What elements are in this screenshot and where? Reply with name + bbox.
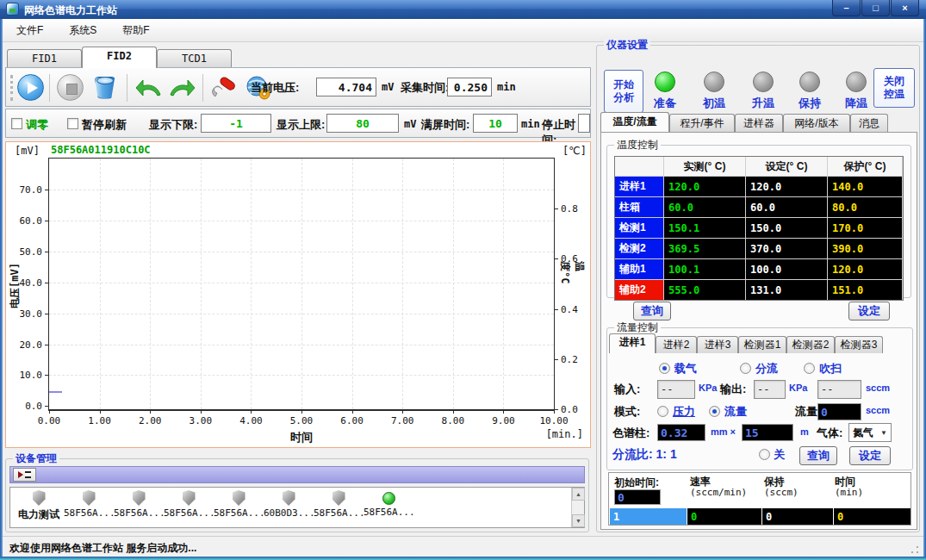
flow-tab-det1[interactable]: 检测器1 bbox=[738, 336, 786, 353]
plot-area[interactable]: 0.001.002.003.004.005.006.007.008.009.00… bbox=[48, 158, 555, 411]
flow-tab-inj2[interactable]: 进样2 bbox=[656, 336, 697, 353]
tab-fid2[interactable]: FID2 bbox=[82, 47, 157, 68]
column-diameter-field[interactable]: 0.32 bbox=[657, 424, 705, 441]
maximize-button[interactable]: □ bbox=[861, 0, 890, 16]
temp-set[interactable]: 60.0 bbox=[746, 197, 827, 217]
redo-arrow-icon[interactable] bbox=[168, 73, 196, 102]
tab-network-version[interactable]: 网络/版本 bbox=[783, 114, 850, 132]
tab-temp-flow[interactable]: 温度/流量 bbox=[600, 112, 669, 132]
title-bar[interactable]: 网络色谱电力工作站 – □ × bbox=[0, 0, 926, 19]
play-icon[interactable] bbox=[16, 73, 45, 102]
stop-icon[interactable] bbox=[56, 73, 84, 102]
gas-dropdown[interactable]: 氮气 ▼ bbox=[848, 423, 892, 442]
start-analysis-button[interactable]: 开始 分析 bbox=[604, 70, 643, 113]
menu-system[interactable]: 系统S bbox=[69, 23, 96, 38]
ramp-row-index[interactable]: 1 bbox=[610, 508, 687, 525]
column-label: 色谱柱: bbox=[612, 426, 649, 441]
initial-time-field[interactable]: 0 bbox=[614, 489, 661, 505]
temp-set[interactable]: 370.0 bbox=[746, 239, 827, 258]
tab-fid1[interactable]: FID1 bbox=[7, 49, 82, 68]
toolbar-grip[interactable] bbox=[10, 75, 13, 101]
minimize-button[interactable]: – bbox=[832, 0, 861, 16]
fullscreen-time-field[interactable]: 10 bbox=[473, 114, 518, 133]
flow-mode-radio[interactable] bbox=[709, 406, 720, 417]
device-item[interactable]: 60B0D3... bbox=[264, 490, 314, 519]
ramp-row-time[interactable]: 0 bbox=[834, 508, 910, 525]
scroll-up-icon[interactable]: ▲ bbox=[572, 488, 585, 501]
stop-time-field[interactable] bbox=[578, 114, 590, 133]
flow-measure-field[interactable]: -- bbox=[817, 380, 861, 399]
temp-set[interactable]: 150.0 bbox=[746, 218, 827, 238]
ramp-row-hold[interactable]: 0 bbox=[762, 508, 833, 525]
device-list-scrollbar[interactable]: ▲ ▼ bbox=[571, 488, 584, 527]
scroll-down-icon[interactable]: ▼ bbox=[572, 514, 585, 527]
purge-radio[interactable] bbox=[804, 363, 815, 374]
temp-set[interactable]: 131.0 bbox=[746, 280, 827, 300]
undo-arrow-icon[interactable] bbox=[134, 73, 162, 102]
column-length-field[interactable]: 15 bbox=[742, 424, 793, 441]
input-pressure-field[interactable]: -- bbox=[657, 380, 695, 399]
split-off-radio[interactable] bbox=[759, 449, 770, 460]
temp-row-label[interactable]: 辅助1 bbox=[615, 259, 663, 279]
tab-messages[interactable]: 消息 bbox=[850, 114, 888, 132]
tab-tcd1[interactable]: TCD1 bbox=[157, 49, 232, 68]
wrench-icon[interactable] bbox=[209, 73, 238, 102]
device-manager-title: 设备管理 bbox=[13, 452, 59, 464]
led-initial-temp-label: 初温 bbox=[695, 96, 733, 111]
temp-query-button[interactable]: 查询 bbox=[633, 302, 671, 320]
temp-set[interactable]: 120.0 bbox=[746, 177, 827, 196]
temp-flow-tab-content: 温度控制 实测(° C) 设定(° C) 保护(° C) 进样1 120.0 1… bbox=[600, 132, 917, 530]
temp-set-button[interactable]: 设定 bbox=[848, 302, 890, 320]
flow-tab-det3[interactable]: 检测器3 bbox=[835, 336, 883, 353]
gridv bbox=[150, 159, 151, 409]
temp-protect[interactable]: 170.0 bbox=[828, 218, 902, 238]
tab-injector[interactable]: 进样器 bbox=[735, 114, 783, 132]
pressure-mode-radio[interactable] bbox=[657, 406, 668, 417]
temp-protect[interactable]: 120.0 bbox=[828, 259, 902, 279]
menu-help[interactable]: 帮助F bbox=[122, 23, 149, 38]
device-item[interactable]: 58F56A... bbox=[214, 490, 264, 519]
close-temp-control-button[interactable]: 关闭 控温 bbox=[873, 68, 915, 108]
flow-set-button[interactable]: 设定 bbox=[849, 446, 891, 465]
temp-set[interactable]: 100.0 bbox=[746, 259, 827, 279]
temp-protect[interactable]: 140.0 bbox=[828, 177, 902, 196]
device-item[interactable]: 58F56A... bbox=[64, 490, 114, 519]
temp-protect[interactable]: 151.0 bbox=[828, 280, 902, 300]
zero-checkbox[interactable] bbox=[11, 118, 22, 129]
tickmark-yl bbox=[45, 345, 49, 345]
menu-file[interactable]: 文件F bbox=[16, 23, 43, 38]
device-item[interactable]: 58F56A... bbox=[314, 490, 364, 519]
device-item[interactable]: 58F56A... bbox=[364, 490, 413, 518]
upper-limit-field[interactable]: 80 bbox=[326, 114, 399, 133]
temp-row-label[interactable]: 进样1 bbox=[615, 177, 663, 196]
carrier-gas-radio[interactable] bbox=[659, 363, 670, 374]
flow-set-field[interactable]: 0 bbox=[817, 403, 861, 420]
temp-row-label[interactable]: 柱箱 bbox=[615, 197, 663, 217]
flow-tab-inj3[interactable]: 进样3 bbox=[697, 336, 738, 353]
voltage-value-field[interactable]: 4.704 bbox=[316, 78, 376, 96]
device-item[interactable]: 电力测试 bbox=[14, 490, 64, 522]
output-pressure-field[interactable]: -- bbox=[754, 380, 786, 399]
acq-time-unit: min bbox=[497, 81, 516, 93]
temp-row-label[interactable]: 检测2 bbox=[615, 239, 663, 258]
ramp-row-rate[interactable]: 0 bbox=[687, 508, 761, 525]
temp-protect[interactable]: 390.0 bbox=[828, 239, 902, 258]
close-button[interactable]: × bbox=[891, 0, 919, 16]
device-item[interactable]: 58F56A... bbox=[164, 490, 214, 519]
tickmark-yr bbox=[554, 309, 558, 310]
temp-row-label-alarm[interactable]: 辅助2 bbox=[615, 280, 663, 300]
flow-tab-inj1[interactable]: 进样1 bbox=[609, 333, 656, 353]
lower-limit-field[interactable]: -1 bbox=[201, 114, 271, 133]
acq-time-field[interactable]: 0.250 bbox=[447, 78, 492, 96]
bucket-icon[interactable] bbox=[90, 73, 119, 102]
resize-grip[interactable] bbox=[910, 545, 919, 554]
tab-program-events[interactable]: 程升/事件 bbox=[669, 114, 735, 132]
temp-protect[interactable]: 80.0 bbox=[828, 197, 902, 217]
pause-refresh-checkbox[interactable] bbox=[67, 118, 78, 129]
flow-tab-det2[interactable]: 检测器2 bbox=[786, 336, 835, 353]
temp-row-label[interactable]: 检测1 bbox=[615, 218, 663, 238]
split-radio[interactable] bbox=[740, 363, 751, 374]
flow-query-button[interactable]: 查询 bbox=[799, 446, 837, 465]
device-item[interactable]: 58F56A... bbox=[114, 490, 164, 519]
device-list-button[interactable] bbox=[13, 468, 36, 482]
